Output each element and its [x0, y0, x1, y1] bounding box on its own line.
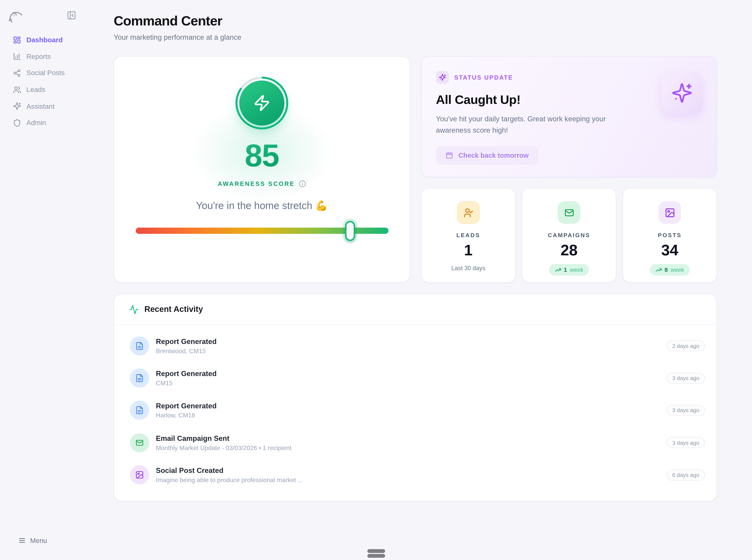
- info-icon[interactable]: [298, 180, 306, 187]
- sidebar-item-label: Reports: [26, 53, 51, 60]
- activity-list: Report Generated Brentwood, CM15 2 days …: [114, 325, 717, 491]
- campaigns-label: CAMPAIGNS: [548, 232, 590, 239]
- activity-row[interactable]: Report Generated CM15 3 days ago: [114, 362, 717, 394]
- leads-stat-card: LEADS 1 Last 30 days: [421, 188, 516, 283]
- sidebar-item-assistant[interactable]: Assistant: [8, 98, 94, 115]
- file-text-icon: [130, 401, 149, 420]
- sparkle-art-panel: [661, 72, 703, 114]
- drag-handle[interactable]: [367, 549, 385, 558]
- share-icon: [13, 69, 21, 77]
- activity-item-title: Report Generated: [156, 337, 667, 345]
- status-body: You've hit your daily targets. Great wor…: [436, 113, 628, 136]
- drag-handle-bar: [367, 549, 385, 553]
- sidebar-item-social-posts[interactable]: Social Posts: [8, 65, 94, 81]
- trending-up-icon: [555, 267, 561, 273]
- sidebar-collapse-button[interactable]: [66, 11, 76, 20]
- activity-item-subtitle: CM15: [156, 380, 667, 387]
- app-logo-icon: [6, 6, 22, 22]
- sidebar-nav: Dashboard Reports Social Posts: [8, 32, 94, 131]
- activity-timestamp-badge: 6 days ago: [667, 469, 705, 480]
- page-header: Command Center Your marketing performanc…: [114, 14, 241, 41]
- trending-up-icon: [655, 267, 662, 273]
- posts-trend-unit: week: [671, 266, 684, 273]
- awareness-score-value: 85: [245, 137, 279, 173]
- file-text-icon: [130, 368, 149, 387]
- score-slider-thumb[interactable]: [345, 221, 355, 241]
- check-back-tomorrow-label: Check back tomorrow: [459, 152, 528, 159]
- file-text-icon: [130, 336, 149, 355]
- check-back-tomorrow-button[interactable]: Check back tomorrow: [436, 146, 538, 165]
- score-slider-track[interactable]: [136, 227, 388, 234]
- page-title: Command Center: [114, 14, 241, 29]
- leads-subtitle: Last 30 days: [451, 265, 485, 272]
- page-subtitle: Your marketing performance at a glance: [114, 33, 241, 41]
- status-badge-label: STATUS UPDATE: [454, 74, 513, 81]
- campaigns-trend-unit: week: [570, 266, 583, 273]
- sidebar-item-label: Leads: [26, 86, 45, 94]
- recent-activity-title: Recent Activity: [144, 304, 203, 314]
- shield-icon: [13, 119, 21, 127]
- menu-button[interactable]: Menu: [18, 537, 47, 544]
- zap-icon: [253, 94, 270, 112]
- posts-trend-value: 8: [664, 266, 668, 273]
- activity-item-title: Social Post Created: [156, 466, 667, 475]
- calendar-icon: [445, 152, 453, 159]
- sidebar-item-label: Dashboard: [26, 36, 63, 44]
- campaigns-trend-value: 1: [564, 266, 567, 273]
- sparkle-icon: [671, 82, 692, 103]
- activity-row[interactable]: Report Generated Brentwood, CM15 2 days …: [114, 330, 717, 362]
- sidebar-item-label: Admin: [26, 119, 46, 126]
- activity-row[interactable]: Email Campaign Sent Monthly Market Updat…: [114, 426, 717, 459]
- dashboard-icon: [13, 36, 21, 44]
- activity-pulse-icon: [129, 304, 139, 314]
- activity-item-subtitle: Imagine being able to produce profession…: [156, 477, 667, 484]
- activity-item-title: Report Generated: [156, 402, 667, 410]
- score-orb: [239, 80, 284, 125]
- user-check-icon: [457, 201, 480, 224]
- awareness-score-label: AWARENESS SCORE: [218, 180, 295, 187]
- activity-row[interactable]: Report Generated Harlow, CM18 3 days ago: [114, 394, 717, 426]
- command-center-app: Dashboard Reports Social Posts: [0, 0, 752, 560]
- sidebar-item-label: Assistant: [26, 102, 55, 110]
- posts-stat-card: POSTS 34 8 week: [622, 188, 717, 283]
- posts-trend-badge: 8 week: [650, 264, 690, 276]
- activity-item-subtitle: Harlow, CM18: [156, 412, 667, 419]
- score-message: You're in the home stretch 💪: [196, 200, 328, 211]
- activity-item-title: Email Campaign Sent: [156, 434, 667, 442]
- image-icon: [130, 465, 149, 485]
- sidebar-item-dashboard[interactable]: Dashboard: [8, 32, 94, 48]
- mail-icon: [558, 201, 580, 224]
- sparkles-icon: [13, 102, 21, 111]
- status-update-card: STATUS UPDATE All Caught Up! You've hit …: [421, 56, 717, 178]
- leads-value: 1: [464, 241, 473, 259]
- activity-timestamp-badge: 3 days ago: [667, 437, 705, 448]
- activity-item-title: Report Generated: [156, 369, 667, 378]
- image-icon: [658, 201, 681, 224]
- users-icon: [13, 85, 21, 94]
- leads-label: LEADS: [457, 232, 480, 239]
- awareness-score-card: 85 AWARENESS SCORE You're in the home st…: [114, 56, 410, 283]
- reports-icon: [13, 53, 21, 61]
- campaigns-trend-badge: 1 week: [549, 264, 589, 276]
- activity-timestamp-badge: 3 days ago: [667, 405, 705, 416]
- recent-activity-header: Recent Activity: [114, 294, 717, 325]
- sidebar-item-reports[interactable]: Reports: [8, 48, 94, 65]
- activity-item-subtitle: Monthly Market Update - 03/03/2026 • 1 r…: [156, 444, 667, 452]
- recent-activity-card: Recent Activity Report Generated Brentwo…: [114, 294, 717, 501]
- drag-handle-bar: [367, 554, 385, 558]
- activity-timestamp-badge: 3 days ago: [667, 373, 705, 383]
- hamburger-icon: [18, 537, 26, 544]
- sparkles-badge-icon: [436, 71, 449, 84]
- activity-row[interactable]: Social Post Created Imagine being able t…: [114, 459, 717, 491]
- posts-value: 34: [661, 241, 678, 259]
- posts-label: POSTS: [658, 232, 682, 239]
- campaigns-stat-card: CAMPAIGNS 28 1 week: [522, 188, 616, 283]
- sidebar-item-admin[interactable]: Admin: [8, 115, 94, 131]
- activity-item-subtitle: Brentwood, CM15: [156, 347, 667, 355]
- campaigns-value: 28: [560, 241, 578, 259]
- mail-icon: [130, 433, 149, 453]
- activity-timestamp-badge: 2 days ago: [667, 340, 705, 351]
- score-progress-ring: [235, 77, 288, 129]
- sidebar-item-leads[interactable]: Leads: [8, 81, 94, 98]
- sidebar-item-label: Social Posts: [26, 69, 65, 77]
